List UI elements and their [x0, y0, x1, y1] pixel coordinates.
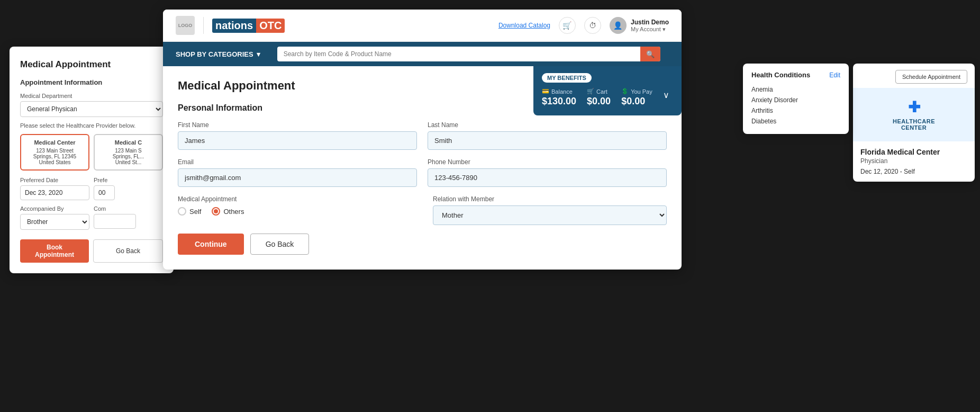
benefit-balance: 💳 Balance $130.00	[542, 88, 576, 107]
shop-categories-menu[interactable]: SHOP BY CATEGORIES ▾	[176, 50, 269, 58]
user-avatar: 👤	[610, 17, 627, 34]
right-card-top: Schedule Appointment	[853, 64, 975, 88]
first-name-label: First Name	[178, 121, 417, 129]
benefit-cart: 🛒 Cart $0.00	[587, 88, 611, 107]
help-text: Please select the Healthcare Provider be…	[20, 122, 163, 129]
condition-diabetes: Diabetes	[751, 116, 840, 127]
hc-header: Health Conditions Edit	[751, 71, 840, 79]
preferred-time-input[interactable]	[94, 185, 115, 200]
last-name-group: Last Name	[428, 121, 667, 150]
healthcare-cross-icon: ✚	[908, 98, 920, 116]
first-name-group: First Name	[178, 121, 417, 150]
logo-placeholder: LOGO	[176, 16, 195, 35]
radio-self-circle	[178, 207, 186, 216]
header-right: Download Catalog 🛒 ⏱ 👤 Justin Demo My Ac…	[498, 17, 669, 34]
radio-group: Self Others	[178, 207, 412, 216]
provider-card-1-addr1: 123 Main Street	[25, 148, 84, 154]
provider-card-2-name: Medical C	[99, 139, 158, 146]
pay-label: 💲 You Pay	[621, 88, 652, 95]
condition-anemia: Anemia	[751, 84, 840, 95]
pay-amount: $0.00	[621, 96, 645, 107]
search-bar: 🔍	[277, 47, 660, 61]
right-card-info: Florida Medical Center Physician Dec 12,…	[853, 141, 975, 182]
form-actions: Continue Go Back	[178, 234, 667, 255]
book-appointment-button[interactable]: Book Appointment	[20, 239, 89, 263]
back-panel: Medical Appointment Appointment Informat…	[10, 47, 174, 273]
email-group: Email	[178, 158, 417, 187]
nav-bar: SHOP BY CATEGORIES ▾ 🔍 MY BENEFITS 💳 Bal…	[163, 42, 682, 66]
goback-button[interactable]: Go Back	[250, 234, 310, 255]
provider-card-2[interactable]: Medical C 123 Main S Springs, FL... Unit…	[94, 134, 163, 171]
phone-input[interactable]	[428, 168, 667, 187]
right-card-logo: ✚ HEALTHCARE CENTER	[853, 88, 975, 141]
provider-card-1-name: Medical Center	[25, 139, 84, 146]
schedule-appointment-button[interactable]: Schedule Appointment	[895, 70, 967, 84]
timer-icon-button[interactable]: ⏱	[584, 17, 601, 34]
right-card-role: Physician	[860, 157, 967, 165]
appt-type-label: Medical Appointment	[178, 195, 412, 203]
provider-card-1-country: United States	[25, 159, 84, 165]
preferred-time-label: Prefe	[94, 177, 163, 183]
benefits-row: 💳 Balance $130.00 🛒 Cart $0.00 💲 You	[542, 88, 673, 107]
back-panel-goback-button[interactable]: Go Back	[93, 239, 163, 263]
contact-row: Email Phone Number	[178, 158, 667, 187]
cart-icon-button[interactable]: 🛒	[559, 17, 576, 34]
provider-card-2-country: United St...	[99, 159, 158, 165]
comments-input[interactable]	[94, 214, 136, 229]
user-info[interactable]: 👤 Justin Demo My Account ▾	[610, 17, 669, 34]
cart-label: 🛒 Cart	[587, 88, 607, 95]
search-input[interactable]	[277, 47, 660, 61]
cart-amount: $0.00	[587, 96, 611, 107]
provider-card-1-addr2: Springs, FL 12345	[25, 154, 84, 159]
benefits-chevron-button[interactable]: ∨	[663, 90, 669, 100]
relation-select[interactable]: Mother Father Brother Sister Self Others	[433, 205, 667, 225]
last-name-input[interactable]	[428, 131, 667, 150]
hc-edit-button[interactable]: Edit	[829, 71, 840, 79]
radio-others[interactable]: Others	[212, 207, 244, 216]
chevron-down-icon: ▾	[257, 50, 260, 58]
radio-others-label: Others	[223, 208, 244, 216]
preferred-date-label: Preferred Date	[20, 177, 89, 183]
radio-self[interactable]: Self	[178, 207, 201, 216]
logo-divider	[203, 17, 204, 34]
healthcare-center-text: HEALTHCARE CENTER	[893, 118, 935, 131]
main-panel: LOGO nationsOTC Download Catalog 🛒 ⏱ 👤 J…	[163, 10, 682, 270]
nations-otc-logo: nationsOTC	[212, 19, 285, 33]
phone-label: Phone Number	[428, 158, 667, 166]
right-card: Schedule Appointment ✚ HEALTHCARE CENTER…	[853, 64, 975, 182]
relation-label: Relation with Member	[433, 195, 667, 203]
user-name: Justin Demo	[631, 19, 669, 26]
back-panel-title: Medical Appointment	[20, 59, 163, 70]
dept-select[interactable]: General Physican	[20, 101, 163, 117]
download-catalog-link[interactable]: Download Catalog	[498, 22, 550, 29]
accompanied-select[interactable]: Brother Sister Parent	[20, 214, 89, 230]
logo-area: LOGO nationsOTC	[176, 16, 285, 35]
provider-cards: Medical Center 123 Main Street Springs, …	[20, 134, 163, 171]
appt-type-group: Medical Appointment Self Others	[178, 195, 412, 216]
radio-others-circle	[212, 207, 220, 216]
hc-title: Health Conditions	[751, 71, 810, 79]
email-input[interactable]	[178, 168, 417, 187]
back-panel-section-title: Appointment Information	[20, 78, 163, 86]
provider-card-1[interactable]: Medical Center 123 Main Street Springs, …	[20, 134, 89, 171]
phone-group: Phone Number	[428, 158, 667, 187]
radio-self-label: Self	[189, 208, 201, 216]
appointment-section: Medical Appointment Self Others Relation…	[178, 195, 667, 225]
right-card-date: Dec 12, 2020 - Self	[860, 168, 967, 175]
balance-amount: $130.00	[542, 96, 576, 107]
balance-icon: 💳	[542, 88, 549, 95]
last-name-label: Last Name	[428, 121, 667, 129]
continue-button[interactable]: Continue	[178, 234, 244, 255]
search-button[interactable]: 🔍	[640, 47, 660, 61]
provider-card-2-addr2: Springs, FL...	[99, 154, 158, 159]
relation-group: Relation with Member Mother Father Broth…	[433, 195, 667, 225]
first-name-input[interactable]	[178, 131, 417, 150]
dept-label: Medical Department	[20, 93, 163, 99]
cart-icon: 🛒	[587, 88, 594, 95]
preferred-date-input[interactable]	[20, 185, 89, 200]
pay-icon: 💲	[621, 88, 629, 95]
benefit-you-pay: 💲 You Pay $0.00	[621, 88, 652, 107]
benefits-label: MY BENEFITS	[542, 73, 592, 83]
hc-list: Anemia Anxiety Disorder Arthritis Diabet…	[751, 84, 840, 127]
my-benefits-dropdown: MY BENEFITS 💳 Balance $130.00 🛒 Cart $0.…	[533, 66, 682, 115]
